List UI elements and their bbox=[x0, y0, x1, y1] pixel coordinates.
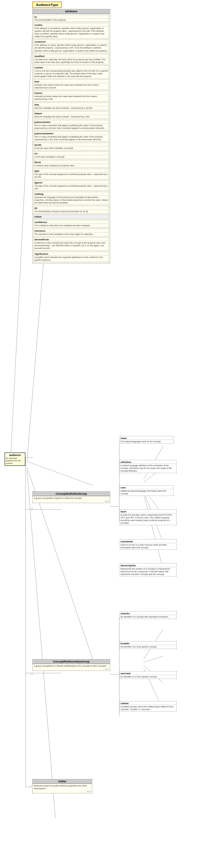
connector-cdg-right bbox=[110, 506, 119, 507]
attr-qcode-name: qcode bbox=[34, 144, 108, 147]
cdg-desc: A group of properties required to define… bbox=[33, 496, 110, 500]
cdg-multiplicity: 0..n bbox=[33, 500, 110, 503]
attr-qcode: qcode A QCode value which identifies a c… bbox=[34, 143, 109, 150]
sameas-box: sameAs An identifier of a concept with e… bbox=[120, 611, 177, 619]
attr-significance-name: significance bbox=[34, 253, 108, 255]
connector-crg-right bbox=[110, 674, 119, 675]
broader-box: broader An identifier of a more generic … bbox=[120, 641, 177, 649]
related-desc: A related concept, where the relationshi… bbox=[120, 705, 176, 711]
conn-name bbox=[119, 440, 120, 441]
attr-derivedfrom-desc: A reference to the concept from which th… bbox=[34, 242, 108, 250]
attr-howuri-desc: Indicated by which means the value was e… bbox=[34, 95, 108, 100]
main-title: AudienceType bbox=[32, 1, 62, 8]
connector-crg-right-v bbox=[119, 617, 119, 716]
crg-title: ConceptRelationshipsGroup bbox=[33, 659, 110, 664]
attr-creatoruri-desc: If the attribute is empty, specifies whi… bbox=[34, 44, 108, 52]
attr-dir: dir The directionality of textual conten… bbox=[34, 206, 109, 214]
broader-desc: An identifier of a more generic concept. bbox=[120, 645, 176, 648]
related-label: related bbox=[120, 702, 176, 705]
attr-why-name: why bbox=[34, 103, 108, 106]
footer-other-box: #other Extension point for provider-defi… bbox=[32, 779, 92, 794]
connector-audience-attr bbox=[26, 457, 33, 458]
dot-cdg bbox=[31, 508, 33, 510]
dot-crg bbox=[31, 673, 33, 675]
narrower-label: narrower bbox=[120, 672, 176, 675]
attr-how-desc: Indicates how which means the value was … bbox=[34, 84, 108, 89]
attr-pubconstrainturi-desc: One or many constraints that apply to pu… bbox=[34, 135, 108, 141]
sameas-desc: An identifier of a concept with equivale… bbox=[120, 615, 176, 618]
name-box: name The natural language name for the c… bbox=[120, 436, 174, 444]
diagram-container: AudienceType attributes id The local ide… bbox=[0, 0, 211, 868]
svg-line-2 bbox=[27, 461, 93, 485]
attr-type-name: type bbox=[34, 169, 108, 173]
audience-label: audience bbox=[6, 454, 24, 457]
narrower-box: narrower An identifier of a more specifi… bbox=[120, 671, 177, 679]
attr-whyuri: whyuri Why the metadata has been include… bbox=[34, 111, 109, 119]
attr-other: #other bbox=[34, 215, 109, 219]
attr-type: type The type of the concept assigned as… bbox=[34, 169, 109, 179]
crg-multiplicity: 0..n bbox=[33, 668, 110, 671]
attr-creator-name: creator bbox=[34, 24, 108, 27]
attr-other-name: #other bbox=[34, 215, 108, 218]
footer-multiplicity: 0..n bbox=[33, 790, 92, 793]
facet-desc: In build 5.8 and later, facet is depreca… bbox=[120, 514, 176, 524]
attr-creatoruri-name: creatoruri bbox=[34, 40, 108, 43]
sameas-label: sameAs bbox=[120, 612, 176, 615]
svg-line-0 bbox=[10, 5, 34, 461]
dot-footer bbox=[31, 785, 33, 787]
attr-why-desc: Why the metadata has been included - exp… bbox=[34, 107, 108, 110]
attr-derivedfrom-name: derivedFrom bbox=[34, 238, 108, 241]
name-label: name bbox=[120, 437, 173, 440]
attr-xmllang-desc: Specifies the language of this property … bbox=[34, 196, 108, 204]
attr-how: how Indicates how which means the value … bbox=[34, 80, 109, 90]
attr-custom: custom If set to true the corresponding … bbox=[34, 65, 109, 79]
attr-typeuri: typeuri The type of the concept assigned… bbox=[34, 180, 109, 191]
note-desc: Additional natural language information … bbox=[120, 490, 173, 495]
attr-creator-desc: If the attribute is not defined, specifi… bbox=[34, 27, 108, 38]
attr-id: id The local identifier of the property. bbox=[34, 15, 109, 22]
attr-significance: significance A qualifier which indicates… bbox=[34, 252, 109, 262]
concept-relationships-group: ConceptRelationshipsGroup A group of pro… bbox=[32, 659, 110, 671]
attr-typeuri-desc: The type of the concept assigned as cont… bbox=[34, 185, 108, 190]
svg-line-4 bbox=[27, 470, 56, 818]
attr-type-desc: The type of the concept assigned as cont… bbox=[34, 173, 108, 178]
attr-modified: modified The date (and, optionally, the … bbox=[34, 54, 109, 64]
attr-id-desc: The local identifier of the property. bbox=[34, 19, 108, 21]
svg-line-12 bbox=[144, 656, 163, 662]
attr-howuri-name: howuri bbox=[34, 92, 108, 95]
hierarchyinfo-label: hierarchyInfo bbox=[120, 564, 176, 567]
attr-confidence: confidence The confidence with which the… bbox=[34, 220, 109, 228]
attr-pubconstrainturi-name: pubconstrainturi bbox=[34, 132, 108, 135]
attr-literal-name: literal bbox=[34, 161, 108, 164]
attr-modified-name: modified bbox=[34, 55, 108, 58]
facet-box: facet In build 5.8 and later, facet is d… bbox=[120, 509, 177, 525]
footer-title: #other bbox=[33, 779, 92, 784]
audience-desc: An intended audience for the content. bbox=[6, 457, 24, 465]
attributes-header: attributes bbox=[33, 9, 110, 14]
narrower-desc: An identifier of a more specific concept… bbox=[120, 675, 176, 678]
attr-confidence-name: confidence bbox=[34, 221, 108, 224]
note-label: note bbox=[120, 486, 173, 489]
attr-relevance: relevance The relevance of the metadata … bbox=[34, 228, 109, 237]
svg-line-10 bbox=[144, 494, 163, 569]
audience-box: audience An intended audience for the co… bbox=[4, 453, 26, 466]
attr-uri-name: uri bbox=[34, 152, 108, 155]
definition-desc: A natural language definition of the sem… bbox=[120, 464, 176, 472]
broader-label: broader bbox=[120, 642, 176, 645]
attr-pubconstraint-desc: One or many constraints that apply to pu… bbox=[34, 124, 108, 129]
attr-pubconstraint-name: pubconstraint bbox=[34, 121, 108, 124]
attr-howuri: howuri Indicated by which means the valu… bbox=[34, 91, 109, 101]
definition-label: definition bbox=[120, 461, 176, 464]
facet-label: facet bbox=[120, 510, 176, 513]
definition-box: definition A natural language definition… bbox=[120, 460, 177, 473]
attr-pubconstraint: pubconstraint One or many constraints th… bbox=[34, 120, 109, 130]
attr-how-name: how bbox=[34, 80, 108, 83]
attr-modified-desc: The date (and, optionally, the time) whe… bbox=[34, 58, 108, 64]
footer-desc: Extension point for provider-defined pro… bbox=[33, 784, 92, 790]
attr-xmllang-name: xmllang bbox=[34, 193, 108, 196]
cdg-title: ConceptDefinitionGroup bbox=[33, 492, 110, 496]
attr-literal-desc: A freetext value assigned as property va… bbox=[34, 164, 108, 167]
attr-why: why Why the metadata has been included -… bbox=[34, 102, 109, 110]
attr-pubconstrainturi: pubconstrainturi One or many constraints… bbox=[34, 131, 109, 142]
attr-xmllang: xmllang Specifies the language of this p… bbox=[34, 192, 109, 205]
